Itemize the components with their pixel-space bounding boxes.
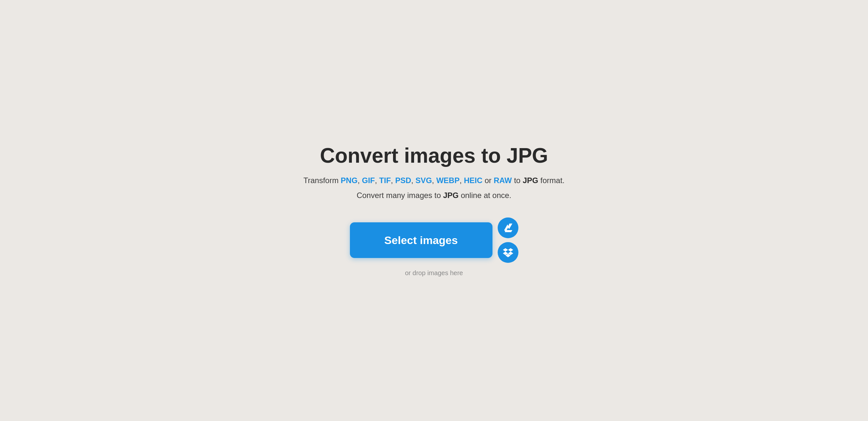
format-png: PNG bbox=[341, 176, 358, 185]
format-gif: GIF bbox=[362, 176, 375, 185]
select-images-button[interactable]: Select images bbox=[350, 222, 493, 258]
format-webp: WEBP bbox=[436, 176, 459, 185]
subtitle-line1: Transform PNG, GIF, TIF, PSD, SVG, WEBP,… bbox=[303, 175, 564, 186]
format-psd: PSD bbox=[395, 176, 411, 185]
dropbox-icon bbox=[503, 247, 513, 258]
google-drive-icon bbox=[503, 223, 513, 233]
format-jpg: JPG bbox=[523, 176, 538, 185]
dropbox-button[interactable] bbox=[498, 242, 518, 263]
subtitle2-bold: JPG bbox=[443, 191, 459, 200]
subtitle-line2: Convert many images to JPG online at onc… bbox=[357, 189, 512, 201]
format-tif: TIF bbox=[379, 176, 391, 185]
format-heic: HEIC bbox=[464, 176, 483, 185]
upload-area: Select images bbox=[350, 217, 518, 263]
page-title: Convert images to JPG bbox=[320, 144, 548, 167]
main-container: Convert images to JPG Transform PNG, GIF… bbox=[288, 131, 580, 290]
cloud-buttons bbox=[498, 217, 518, 263]
format-svg: SVG bbox=[415, 176, 432, 185]
drop-text: or drop images here bbox=[405, 269, 463, 277]
google-drive-button[interactable] bbox=[498, 217, 518, 238]
format-raw: RAW bbox=[494, 176, 512, 185]
